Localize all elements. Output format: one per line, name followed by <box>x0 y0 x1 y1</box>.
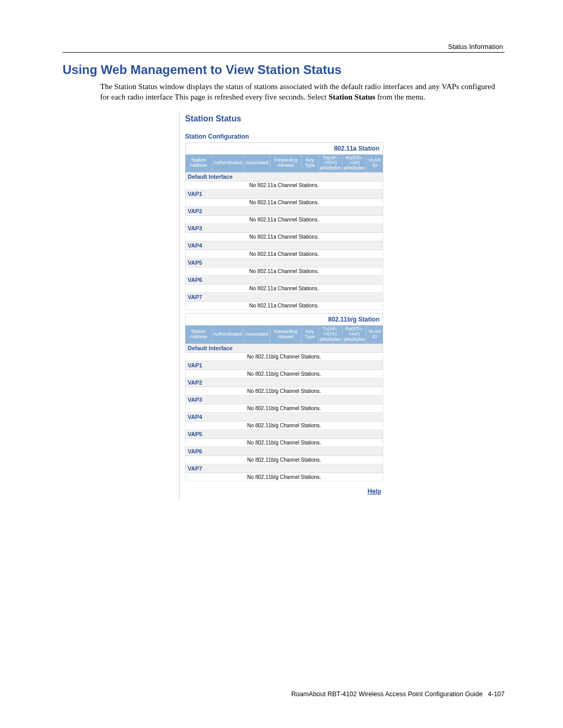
interface-label: VAP3 <box>186 224 383 233</box>
station-status-panel: Station Status Station Configuration 802… <box>179 111 388 500</box>
no-stations-msg: No 802.11b/g Channel Stations. <box>186 369 383 378</box>
interface-label: VAP5 <box>186 429 383 438</box>
no-stations-msg: No 802.11a Channel Stations. <box>186 250 383 258</box>
interface-label: Default Interface <box>186 172 383 181</box>
table-row: VAP5 <box>186 429 383 438</box>
no-stations-msg: No 802.11a Channel Stations. <box>186 302 383 310</box>
band-label-11bg: 802.11b/g Station <box>185 313 383 325</box>
no-stations-msg: No 802.11b/g Channel Stations. <box>186 352 383 361</box>
station-table-11bg: Station Address Authenticated Associated… <box>185 325 383 482</box>
table-row: Default Interface <box>186 343 383 352</box>
header-rule <box>63 52 505 53</box>
table-row: No 802.11a Channel Stations. <box>186 181 383 190</box>
intro-bold: Station Status <box>328 93 375 101</box>
help-link[interactable]: Help <box>185 488 383 495</box>
table-row: VAP1 <box>186 190 383 199</box>
footer-text: RoamAbout RBT-4102 Wireless Access Point… <box>291 690 483 698</box>
interface-label: VAP7 <box>186 464 383 473</box>
interface-label: VAP2 <box>186 378 383 387</box>
table-row: VAP4 <box>186 241 383 250</box>
col-associated: Associated <box>243 326 270 344</box>
table-row: VAP7 <box>186 464 383 473</box>
no-stations-msg: No 802.11a Channel Stations. <box>186 285 383 293</box>
table-row: VAP6 <box>186 276 383 285</box>
no-stations-msg: No 802.11b/g Channel Stations. <box>186 473 383 481</box>
no-stations-msg: No 802.11a Channel Stations. <box>186 233 383 241</box>
interface-label: VAP4 <box>186 241 383 250</box>
table-row: No 802.11b/g Channel Stations. <box>186 387 383 395</box>
table-row: VAP1 <box>186 361 383 369</box>
table-row: No 802.11a Channel Stations. <box>186 267 383 276</box>
table-header-row: Station Address Authenticated Associated… <box>186 326 383 344</box>
col-authenticated: Authenticated <box>212 326 243 344</box>
interface-label: VAP2 <box>186 207 383 216</box>
panel-title: Station Status <box>185 114 383 124</box>
table-row: No 802.11a Channel Stations. <box>186 233 383 241</box>
table-row: No 802.11a Channel Stations. <box>186 302 383 310</box>
no-stations-msg: No 802.11a Channel Stations. <box>186 181 383 190</box>
page-header-right: Status Information <box>448 43 504 51</box>
table-row: No 802.11b/g Channel Stations. <box>186 455 383 464</box>
interface-label: VAP6 <box>186 276 383 285</box>
interface-label: VAP3 <box>186 395 383 404</box>
table-header-row: Station Address Authenticated Associated… <box>186 154 383 172</box>
col-forwarding: Forwarding Allowed <box>270 154 302 172</box>
station-table-11a: Station Address Authenticated Associated… <box>185 154 383 311</box>
no-stations-msg: No 802.11b/g Channel Stations. <box>186 387 383 395</box>
intro-text-2: from the menu. <box>377 93 425 101</box>
interface-label: Default Interface <box>186 343 383 352</box>
interface-label: VAP4 <box>186 412 383 421</box>
no-stations-msg: No 802.11a Channel Stations. <box>186 199 383 207</box>
col-rx: Rx(STA->AP) pkts/bytes <box>342 326 366 344</box>
col-associated: Associated <box>243 154 270 172</box>
interface-label: VAP6 <box>186 447 383 455</box>
table-row: VAP3 <box>186 395 383 404</box>
table-row: No 802.11a Channel Stations. <box>186 285 383 293</box>
panel-subtitle: Station Configuration <box>185 133 383 140</box>
col-vlan: VLAN ID <box>366 154 383 172</box>
table-row: VAP7 <box>186 293 383 302</box>
no-stations-msg: No 802.11a Channel Stations. <box>186 267 383 276</box>
table-row: VAP3 <box>186 224 383 233</box>
col-vlan: VLAN ID <box>366 326 383 344</box>
page-footer: RoamAbout RBT-4102 Wireless Access Point… <box>291 690 505 698</box>
table-row: VAP4 <box>186 412 383 421</box>
table-row: No 802.11a Channel Stations. <box>186 216 383 224</box>
table-row: No 802.11b/g Channel Stations. <box>186 438 383 447</box>
table-row: No 802.11b/g Channel Stations. <box>186 473 383 481</box>
col-station-address: Station Address <box>186 154 212 172</box>
table-row: VAP2 <box>186 207 383 216</box>
col-tx: Tx(AP->STA) pkts/bytes <box>318 326 342 344</box>
interface-label: VAP5 <box>186 258 383 267</box>
no-stations-msg: No 802.11a Channel Stations. <box>186 216 383 224</box>
col-station-address: Station Address <box>186 326 212 344</box>
col-authenticated: Authenticated <box>212 154 243 172</box>
no-stations-msg: No 802.11b/g Channel Stations. <box>186 455 383 464</box>
no-stations-msg: No 802.11b/g Channel Stations. <box>186 438 383 447</box>
intro-text-1: The Station Status window displays the s… <box>100 82 495 101</box>
interface-label: VAP1 <box>186 361 383 369</box>
intro-paragraph: The Station Status window displays the s… <box>100 81 505 103</box>
interface-label: VAP1 <box>186 190 383 199</box>
table-row: Default Interface <box>186 172 383 181</box>
table-row: No 802.11b/g Channel Stations. <box>186 404 383 412</box>
no-stations-msg: No 802.11b/g Channel Stations. <box>186 404 383 412</box>
col-rx: Rx(STA->AP) pkts/bytes <box>342 154 366 172</box>
section-heading: Using Web Management to View Station Sta… <box>63 63 505 77</box>
table-row: No 802.11b/g Channel Stations. <box>186 352 383 361</box>
table-row: No 802.11b/g Channel Stations. <box>186 421 383 429</box>
interface-label: VAP7 <box>186 293 383 302</box>
col-key-type: Key Type <box>302 326 319 344</box>
table-row: VAP2 <box>186 378 383 387</box>
no-stations-msg: No 802.11b/g Channel Stations. <box>186 421 383 429</box>
table-row: VAP5 <box>186 258 383 267</box>
table-row: VAP6 <box>186 447 383 455</box>
table-row: No 802.11a Channel Stations. <box>186 250 383 258</box>
table-row: No 802.11b/g Channel Stations. <box>186 369 383 378</box>
table-row: No 802.11a Channel Stations. <box>186 199 383 207</box>
col-forwarding: Forwarding Allowed <box>270 326 302 344</box>
col-tx: Tx(AP->STA) pkts/bytes <box>318 154 342 172</box>
footer-page: 4-107 <box>488 690 505 698</box>
col-key-type: Key Type <box>302 154 319 172</box>
band-label-11a: 802.11a Station <box>185 142 383 154</box>
